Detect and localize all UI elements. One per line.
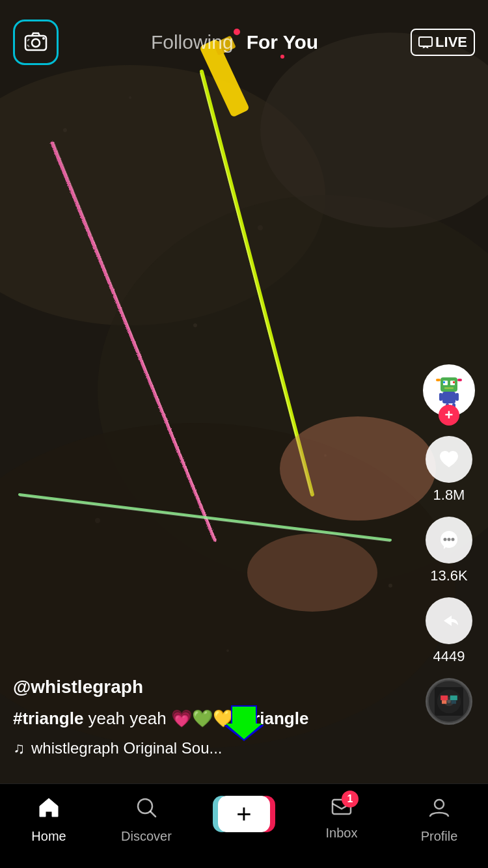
- live-button[interactable]: LIVE: [411, 29, 475, 56]
- add-icon: +: [236, 801, 251, 827]
- discover-tab[interactable]: Discover: [114, 796, 179, 844]
- profile-icon-svg: [427, 796, 451, 819]
- svg-point-38: [452, 538, 455, 541]
- svg-rect-33: [439, 393, 442, 401]
- svg-point-36: [444, 538, 447, 541]
- svg-point-6: [129, 96, 131, 99]
- comment-action[interactable]: 13.6K: [426, 517, 472, 584]
- comment-button[interactable]: [426, 517, 472, 563]
- top-nav: Following For You LIVE: [0, 0, 488, 72]
- svg-point-51: [435, 800, 444, 809]
- tv-icon: [418, 36, 433, 48]
- profile-tab[interactable]: Profile: [407, 796, 472, 844]
- svg-point-8: [193, 323, 197, 327]
- svg-point-7: [258, 225, 263, 230]
- discover-icon: [135, 796, 158, 825]
- home-label: Home: [31, 829, 66, 844]
- svg-rect-20: [419, 37, 432, 46]
- svg-rect-26: [453, 381, 455, 383]
- description: #triangle yeah yeah 💗💚💛 #triangle: [13, 707, 410, 730]
- tab-bar: Home Discover + 1 Inbox: [0, 783, 488, 868]
- svg-rect-48: [452, 700, 456, 704]
- sound-name: whistlegraph Original Sou...: [31, 739, 222, 757]
- music-disc[interactable]: [426, 678, 472, 725]
- download-arrow-wrapper: [224, 702, 264, 741]
- svg-point-37: [448, 538, 451, 541]
- following-tab[interactable]: Following: [151, 31, 234, 53]
- add-tab[interactable]: +: [211, 796, 277, 832]
- camera-icon: [23, 29, 49, 55]
- svg-rect-47: [442, 700, 446, 704]
- home-tab[interactable]: Home: [16, 796, 81, 844]
- like-count: 1.8M: [433, 487, 465, 504]
- svg-rect-46: [450, 696, 457, 700]
- nav-tabs: Following For You: [151, 31, 318, 53]
- svg-rect-22: [441, 377, 457, 392]
- discover-label: Discover: [121, 829, 172, 844]
- svg-point-19: [42, 37, 45, 40]
- heart-icon: [437, 448, 461, 471]
- music-note-icon: ♫: [13, 739, 25, 757]
- svg-rect-25: [443, 381, 445, 383]
- username[interactable]: @whistlegraph: [13, 677, 410, 698]
- notification-dot: [234, 29, 240, 35]
- svg-point-13: [280, 416, 436, 521]
- svg-rect-30: [442, 392, 455, 403]
- camera-button[interactable]: [13, 20, 59, 65]
- for-you-tab[interactable]: For You: [247, 31, 319, 53]
- inbox-label: Inbox: [326, 826, 358, 841]
- follow-button[interactable]: +: [439, 405, 459, 426]
- svg-point-11: [388, 584, 392, 588]
- profile-icon: [427, 796, 451, 825]
- inbox-badge-count: 1: [342, 791, 359, 807]
- svg-rect-34: [455, 393, 459, 401]
- comment-icon: [437, 528, 461, 552]
- hashtag-1[interactable]: #triangle: [13, 709, 83, 728]
- svg-rect-28: [436, 379, 441, 381]
- svg-point-14: [247, 534, 377, 612]
- description-text: yeah yeah 💗💚💛: [88, 709, 238, 728]
- add-button[interactable]: +: [218, 796, 270, 832]
- svg-point-5: [63, 128, 67, 132]
- share-action[interactable]: 4449: [426, 597, 472, 665]
- music-disc-image: [427, 678, 470, 725]
- inbox-tab[interactable]: 1 Inbox: [309, 796, 374, 841]
- home-icon: [37, 796, 61, 825]
- svg-point-18: [32, 39, 40, 47]
- comment-count: 13.6K: [430, 567, 468, 584]
- inbox-icon-container: 1: [330, 796, 353, 822]
- share-count: 4449: [433, 648, 465, 665]
- home-icon-svg: [37, 796, 61, 819]
- svg-rect-45: [441, 696, 448, 700]
- profile-label: Profile: [421, 829, 458, 844]
- svg-point-12: [226, 649, 229, 652]
- share-button[interactable]: [426, 597, 472, 644]
- content-info: @whistlegraph #triangle yeah yeah 💗💚💛 #t…: [13, 677, 410, 757]
- creator-avatar-container: +: [423, 364, 475, 416]
- download-arrow-container: [224, 702, 264, 741]
- download-arrow-icon: [224, 702, 264, 744]
- svg-point-10: [95, 518, 100, 523]
- right-actions: + 1.8M 13.6K 4449: [423, 364, 475, 725]
- share-icon: [437, 609, 461, 632]
- svg-rect-27: [444, 387, 454, 389]
- like-action[interactable]: 1.8M: [426, 436, 472, 504]
- like-button[interactable]: [426, 436, 472, 483]
- discover-icon-svg: [135, 796, 158, 819]
- sound-info[interactable]: ♫ whistlegraph Original Sou...: [13, 739, 410, 757]
- svg-rect-29: [457, 379, 462, 381]
